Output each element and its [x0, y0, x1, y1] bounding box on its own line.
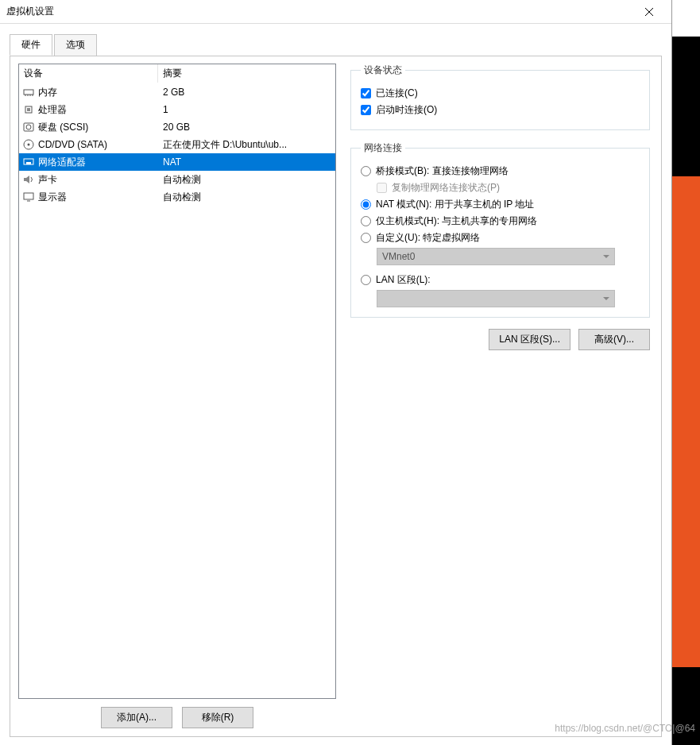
device-table: 设备 摘要 内存2 GB处理器1硬盘 (SCSI)20 GBCD/DVD (SA… [18, 64, 336, 699]
remove-button[interactable]: 移除(R) [182, 707, 253, 728]
device-summary: NAT [158, 156, 335, 168]
hostonly-radio[interactable] [361, 216, 371, 226]
custom-vmnet-select: VMnet0 [377, 248, 615, 265]
device-name: 网络适配器 [38, 156, 86, 169]
device-summary: 2 GB [158, 87, 335, 98]
col-header-summary[interactable]: 摘要 [158, 64, 335, 83]
replicate-checkbox [377, 183, 387, 193]
svg-marker-15 [24, 176, 29, 183]
svg-point-12 [28, 144, 30, 146]
device-summary: 20 GB [158, 122, 335, 133]
device-state-group: 设备状态 已连接(C) 启动时连接(O) [350, 64, 650, 130]
left-pane: 设备 摘要 内存2 GB处理器1硬盘 (SCSI)20 GBCD/DVD (SA… [18, 64, 336, 728]
connected-checkbox[interactable] [361, 88, 371, 98]
close-icon [645, 8, 653, 16]
poweron-checkbox-row[interactable]: 启动时连接(O) [361, 103, 640, 117]
device-state-legend: 设备状态 [361, 64, 405, 77]
svg-rect-2 [24, 90, 33, 95]
connected-checkbox-row[interactable]: 已连接(C) [361, 87, 640, 100]
table-row[interactable]: 硬盘 (SCSI)20 GB [19, 118, 335, 136]
table-row[interactable]: 显示器自动检测 [19, 188, 335, 206]
nat-radio-row[interactable]: NAT 模式(N): 用于共享主机的 IP 地址 [361, 198, 640, 211]
custom-radio[interactable] [361, 233, 371, 243]
poweron-checkbox[interactable] [361, 105, 371, 115]
network-connection-group: 网络连接 桥接模式(B): 直接连接物理网络 复制物理网络连接状态(P) NAT… [350, 141, 650, 318]
svg-rect-8 [27, 108, 30, 111]
lan-segment-label: LAN 区段(L): [376, 273, 431, 287]
hostonly-label: 仅主机模式(H): 与主机共享的专用网络 [376, 214, 537, 228]
tab-strip: 硬件 选项 [10, 34, 662, 56]
bridged-radio[interactable] [361, 166, 371, 176]
device-name: 声卡 [38, 173, 57, 187]
add-button[interactable]: 添加(A)... [101, 707, 172, 728]
bridged-label: 桥接模式(B): 直接连接物理网络 [376, 164, 509, 178]
replicate-checkbox-row: 复制物理网络连接状态(P) [377, 181, 640, 195]
hdd-icon [22, 121, 35, 133]
cpu-icon [22, 103, 35, 116]
watermark-text: https://blog.csdn.net/@CTO|@64 [555, 723, 695, 734]
svg-point-10 [26, 125, 31, 129]
sound-icon [22, 173, 35, 186]
background-desktop [672, 0, 700, 745]
device-summary: 自动检测 [158, 191, 335, 204]
device-name: 硬盘 (SCSI) [38, 121, 88, 134]
bridged-radio-row[interactable]: 桥接模式(B): 直接连接物理网络 [361, 164, 640, 178]
vm-settings-dialog: 虚拟机设置 硬件 选项 设备 摘要 内存2 GB处理器1硬盘 (SCSI)20 … [0, 0, 672, 745]
device-summary: 1 [158, 104, 335, 115]
device-name: 处理器 [38, 103, 67, 117]
table-row[interactable]: CD/DVD (SATA)正在使用文件 D:\Ubuntu\ub... [19, 136, 335, 153]
lan-segment-radio[interactable] [361, 275, 371, 285]
memory-icon [22, 86, 35, 98]
tab-options[interactable]: 选项 [54, 34, 97, 56]
right-pane: 设备状态 已连接(C) 启动时连接(O) 网络连接 桥接模式(B): 直接连接物 [350, 64, 653, 728]
svg-rect-14 [26, 162, 31, 164]
table-row[interactable]: 网络适配器NAT [19, 153, 335, 171]
title-bar: 虚拟机设置 [0, 0, 671, 24]
device-name: 内存 [38, 86, 57, 99]
dialog-title: 虚拟机设置 [6, 5, 54, 18]
dialog-content: 硬件 选项 设备 摘要 内存2 GB处理器1硬盘 (SCSI)20 GBCD/D… [0, 24, 671, 745]
nat-label: NAT 模式(N): 用于共享主机的 IP 地址 [376, 198, 534, 211]
connected-label: 已连接(C) [376, 87, 418, 100]
lan-segments-button[interactable]: LAN 区段(S)... [489, 329, 570, 350]
tab-hardware[interactable]: 硬件 [10, 34, 52, 56]
nat-radio[interactable] [361, 199, 371, 210]
nic-icon [22, 156, 35, 168]
table-row[interactable]: 处理器1 [19, 101, 335, 118]
lan-segment-select [377, 290, 615, 307]
table-row[interactable]: 内存2 GB [19, 83, 335, 101]
custom-label: 自定义(U): 特定虚拟网络 [376, 231, 480, 245]
table-row[interactable]: 声卡自动检测 [19, 171, 335, 188]
hostonly-radio-row[interactable]: 仅主机模式(H): 与主机共享的专用网络 [361, 214, 640, 228]
cd-icon [22, 138, 35, 151]
tab-panel-hardware: 设备 摘要 内存2 GB处理器1硬盘 (SCSI)20 GBCD/DVD (SA… [10, 56, 662, 737]
svg-rect-16 [24, 193, 33, 199]
device-name: CD/DVD (SATA) [38, 139, 107, 150]
custom-radio-row[interactable]: 自定义(U): 特定虚拟网络 [361, 231, 640, 245]
advanced-button[interactable]: 高级(V)... [578, 329, 650, 350]
device-summary: 自动检测 [158, 173, 335, 187]
lan-segment-radio-row[interactable]: LAN 区段(L): [361, 273, 640, 287]
replicate-label: 复制物理网络连接状态(P) [392, 181, 500, 195]
col-header-device[interactable]: 设备 [19, 64, 158, 83]
monitor-icon [22, 191, 35, 203]
close-button[interactable] [633, 1, 665, 23]
custom-vmnet-value: VMnet0 [382, 251, 415, 262]
device-name: 显示器 [38, 191, 67, 204]
device-summary: 正在使用文件 D:\Ubuntu\ub... [158, 138, 335, 152]
poweron-label: 启动时连接(O) [376, 103, 437, 117]
network-legend: 网络连接 [361, 141, 405, 155]
